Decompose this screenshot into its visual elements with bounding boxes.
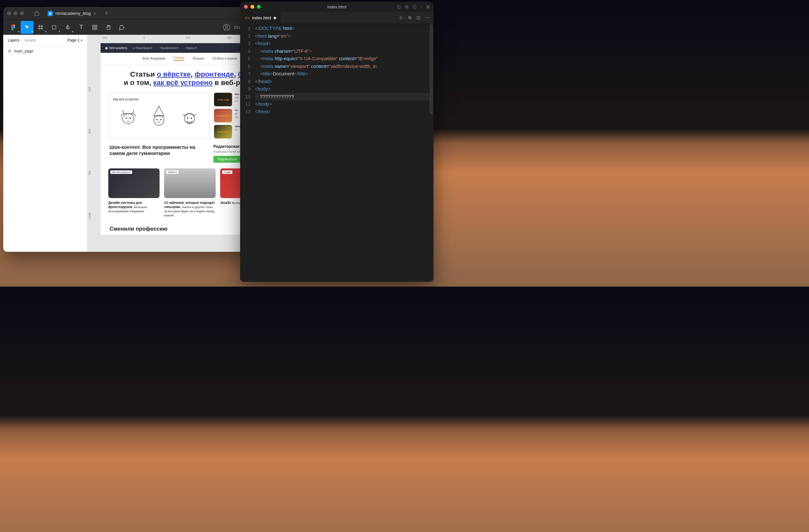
line-numbers: 123456789101112 [240, 23, 255, 282]
home-tab[interactable] [30, 7, 43, 19]
minimize-light[interactable] [14, 11, 17, 15]
html-file-icon: <> [245, 16, 249, 20]
panel-left-icon[interactable]: ◫ [397, 4, 401, 9]
card-title: Как всё устроено [113, 97, 205, 101]
pen-tool-button[interactable]: ▾ [61, 21, 74, 34]
layers-panel: Layers Assets Page 1 ▾ # main_page [3, 35, 87, 252]
hand-tool-button[interactable] [102, 21, 115, 34]
svg-rect-6 [92, 25, 94, 27]
minimize-light[interactable] [251, 5, 254, 9]
code-content[interactable]: <!DOCTYPE html><html lang="en"><head> <m… [255, 23, 433, 282]
svg-point-11 [226, 25, 227, 28]
move-tool-button[interactable]: ▾ [21, 21, 34, 34]
layout-icon[interactable]: ⊞ [426, 4, 430, 9]
mockup-nav-item: ▸ Практикум ▾ [133, 47, 153, 50]
vscode-window: index.html ◫ ⊟ ◫ | ⊞ <> index.html ▷ ⧉ ◫… [240, 2, 433, 282]
avatar-icon[interactable] [223, 23, 230, 31]
mockup-nav-item: ◦ Профессии ▾ [158, 47, 178, 50]
traffic-lights [7, 11, 24, 15]
figma-tabs: ◆ htmlacademy_blog × + [30, 7, 108, 19]
code-editor[interactable]: 123456789101112 <!DOCTYPE html><html lan… [240, 23, 433, 282]
close-icon[interactable]: × [93, 11, 96, 16]
faces-illustration [113, 104, 205, 127]
svg-point-4 [11, 28, 13, 30]
ruler-vertical: 25050075010001250 [87, 42, 94, 252]
resources-button[interactable] [88, 21, 101, 34]
panel-bottom-icon[interactable]: ⊟ [405, 4, 408, 9]
close-light[interactable] [244, 5, 248, 9]
vscode-titlebar[interactable]: index.html ◫ ⊟ ◫ | ⊞ [240, 2, 433, 12]
panel-right-icon[interactable]: ◫ [413, 4, 416, 9]
headline-left: Шок-контент. Все программисты на самом д… [109, 144, 201, 163]
svg-point-17 [160, 119, 161, 120]
vscode-tabs: <> index.html ▷ ⧉ ◫ ⋯ [240, 12, 433, 23]
svg-point-20 [191, 118, 192, 119]
split-preview-icon[interactable]: ⧉ [408, 15, 411, 20]
mockup-subnav-item: Отчёты о курсах [212, 57, 237, 60]
assets-tab[interactable]: Assets [24, 38, 36, 42]
mockup-logo: ▣ html academy [105, 47, 127, 50]
sidebar-tabs: Layers Assets Page 1 ▾ [3, 35, 87, 46]
close-light[interactable] [7, 11, 11, 15]
svg-rect-5 [53, 25, 56, 29]
unsaved-dot-icon [274, 17, 276, 19]
svg-point-14 [130, 118, 131, 119]
mockup-subnav-item: Лучшее [192, 57, 204, 60]
svg-point-15 [154, 115, 164, 125]
file-tab[interactable]: ◆ htmlacademy_blog × [43, 7, 100, 19]
text-tool-button[interactable]: T [75, 21, 88, 34]
traffic-lights [244, 5, 261, 9]
scrollbar-thumb[interactable] [430, 24, 433, 114]
shape-tool-button[interactable]: ▾ [48, 21, 61, 34]
layers-tab[interactable]: Layers [8, 38, 19, 42]
window-title: index.html [327, 4, 346, 9]
mockup-featured-card: Как всё устроено [108, 93, 209, 139]
svg-point-9 [96, 28, 97, 29]
svg-point-0 [11, 24, 13, 26]
page-selector[interactable]: Page 1 ▾ [67, 38, 83, 42]
tab-filename: index.html [252, 16, 271, 20]
subscribe-button: Подписаться [213, 156, 242, 163]
layer-item[interactable]: # main_page [3, 46, 87, 56]
svg-point-12 [123, 114, 134, 124]
frame-icon: # [8, 49, 11, 54]
frame-tool-button[interactable]: ▾ [34, 21, 47, 34]
svg-point-13 [126, 118, 127, 119]
article-card: Новости13 чайников, которые подходят син… [164, 169, 215, 217]
mockup-subnav-item: Статьи [174, 56, 184, 61]
comment-tool-button[interactable] [115, 21, 128, 34]
figma-file-icon: ◆ [48, 11, 53, 16]
mockup-subnav-item: Блог Академии [142, 57, 165, 60]
svg-point-3 [13, 26, 15, 28]
more-icon[interactable]: ⋯ [426, 15, 430, 20]
add-tab-button[interactable]: + [105, 10, 108, 17]
maximize-light[interactable] [257, 5, 261, 9]
svg-rect-7 [96, 25, 97, 27]
layer-name: main_page [14, 49, 33, 53]
svg-point-2 [11, 26, 13, 28]
svg-point-1 [13, 24, 15, 26]
file-tab-label: htmlacademy_blog [55, 11, 90, 16]
split-editor-icon[interactable]: ◫ [416, 15, 420, 20]
figma-menu-button[interactable]: ▾ [7, 21, 20, 34]
article-card: Как всё устроеноДизайн-системы для фронт… [108, 169, 159, 217]
layout-icons: ◫ ⊟ ◫ | ⊞ [397, 4, 430, 9]
svg-point-19 [187, 118, 188, 119]
svg-rect-8 [92, 28, 94, 29]
editor-tab[interactable]: <> index.html [240, 12, 281, 23]
maximize-light[interactable] [20, 11, 24, 15]
svg-point-16 [157, 119, 158, 120]
mockup-nav-item: ◦ Курсы ▾ [184, 47, 197, 50]
run-icon[interactable]: ▷ [400, 15, 403, 20]
